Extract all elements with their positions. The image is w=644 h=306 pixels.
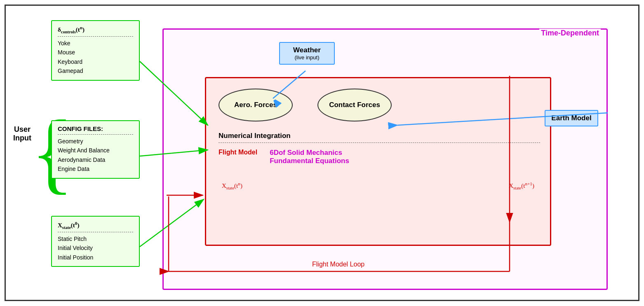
- weather-box: Weather (live input): [279, 42, 335, 65]
- six-dof-label: 6Dof Solid Mechanics: [270, 149, 349, 157]
- controls-title: δcontrols(tn): [58, 25, 133, 34]
- main-container: User Input { δcontrols(tn) Yoke Mouse Ke…: [5, 5, 639, 301]
- contact-forces-oval: Contact Forces: [317, 89, 392, 121]
- six-dof-area: 6Dof Solid Mechanics Fundamental Equatio…: [270, 149, 349, 165]
- numerical-integration-area: Numerical Integration Flight Model 6Dof …: [219, 132, 540, 165]
- num-int-bottom: Flight Model 6Dof Solid Mechanics Fundam…: [219, 145, 540, 165]
- earth-model-title: Earth Model: [551, 114, 592, 122]
- state-items: Static Pitch Initial Velocity Initial Po…: [58, 234, 133, 262]
- controls-box: δcontrols(tn) Yoke Mouse Keyboard Gamepa…: [51, 20, 140, 81]
- weather-subtitle: (live input): [286, 54, 328, 61]
- state-title: Xstate(t0): [58, 221, 133, 230]
- aero-forces-oval: Aero. Forces: [219, 89, 293, 121]
- red-inner-box: Aero. Forces Contact Forces Numerical In…: [205, 77, 551, 246]
- earth-model-box: Earth Model: [545, 110, 598, 126]
- oval-container: Aero. Forces Contact Forces: [219, 89, 392, 121]
- config-title: CONFIG FILES:: [58, 125, 133, 132]
- weather-title: Weather: [286, 46, 328, 54]
- time-dependent-label: Time-Dependent: [539, 29, 601, 37]
- flight-model-loop-label: Flight Model Loop: [312, 261, 364, 268]
- numerical-integration-title: Numerical Integration: [219, 132, 540, 140]
- user-input-label: User Input: [13, 125, 31, 142]
- flight-model-label: Flight Model: [219, 149, 257, 156]
- config-items: Geometry Weight And Balance Aerodynamic …: [58, 137, 133, 174]
- controls-items: Yoke Mouse Keyboard Gamepad: [58, 39, 133, 76]
- time-dependent-box: Time-Dependent Weather (live input) Aero…: [162, 28, 608, 290]
- xstate-left-label: Xstate(tn): [222, 181, 242, 190]
- config-box: CONFIG FILES: Geometry Weight And Balanc…: [51, 120, 140, 179]
- xstate-right-label: Xstate(tn+1): [509, 181, 534, 190]
- fundamental-equations-label: Fundamental Equations: [270, 157, 349, 165]
- brace-symbol: {: [31, 28, 47, 276]
- state-box: Xstate(t0) Static Pitch Initial Velocity…: [51, 216, 140, 267]
